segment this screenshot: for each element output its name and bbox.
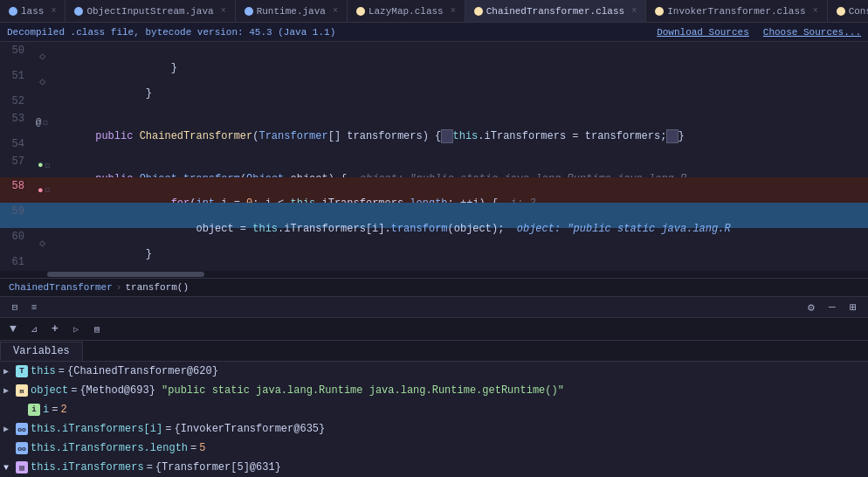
tab-close-runtime[interactable]: × bbox=[333, 6, 338, 16]
var-icon-object: m bbox=[16, 384, 28, 397]
tab-icon-invoker bbox=[655, 7, 664, 16]
var-row-object[interactable]: ▶ m object = {Method@693} "public static… bbox=[0, 381, 868, 400]
gutter-53[interactable]: @ ◻ bbox=[31, 110, 56, 135]
download-sources-link[interactable]: Download Sources bbox=[657, 27, 749, 38]
choose-sources-link[interactable]: Choose Sources... bbox=[763, 27, 861, 38]
fold-icon-57[interactable]: ◻ bbox=[45, 161, 50, 170]
infobar-links: Download Sources Choose Sources... bbox=[657, 27, 861, 38]
tab-close-lazymap[interactable]: × bbox=[451, 6, 456, 16]
add-watch-icon[interactable]: + bbox=[47, 321, 63, 337]
collapse-icon[interactable]: ▤ bbox=[89, 321, 105, 337]
tab-label-lazymap: LazyMap.class bbox=[369, 6, 444, 17]
code-line-58: 58 ● ◻ for(int i = 0; i < this.iTransfor… bbox=[0, 177, 868, 203]
gutter-60[interactable]: ◇ bbox=[31, 228, 56, 253]
tab-runtime[interactable]: Runtime.java × bbox=[236, 0, 348, 22]
var-val-object: {Method@693} "public static java.lang.Ru… bbox=[79, 384, 564, 397]
line-number-50: 50 bbox=[0, 42, 31, 67]
code-content-53: public ChainedTransformer(Transformer[] … bbox=[56, 110, 868, 135]
gutter-57[interactable]: ● ◻ bbox=[31, 153, 56, 178]
bottom-toolbar-left: ⊟ ≡ bbox=[7, 300, 42, 315]
line-number-57: 57 bbox=[0, 153, 31, 178]
fold-icon-60[interactable]: ◇ bbox=[39, 237, 48, 245]
var-icon-i: i bbox=[28, 404, 40, 416]
bottom-panel: ⊟ ≡ ⚙ — ⊞ ▼ ⊿ + ▷ ▤ Variables ▶ T this =… bbox=[0, 297, 868, 477]
settings-icon[interactable]: ⚙ bbox=[803, 300, 819, 315]
var-row-i[interactable]: i i = 2 bbox=[0, 400, 868, 419]
var-icon-iTransformers: ▤ bbox=[16, 461, 28, 474]
tab-label-invoker: InvokerTransformer.class bbox=[667, 6, 805, 17]
tab-icon-chained bbox=[474, 7, 483, 16]
line-number-51: 51 bbox=[0, 67, 31, 93]
var-arrow-iTransformers: ▼ bbox=[3, 463, 16, 473]
horizontal-scrollbar[interactable] bbox=[0, 271, 868, 278]
tab-invokertransformer[interactable]: InvokerTransformer.class × bbox=[646, 0, 827, 22]
var-name-i: i bbox=[43, 404, 49, 416]
var-val-iTransformers-i: {InvokerTransformer@635} bbox=[174, 423, 325, 435]
code-line-59: 59 object = this.iTransformers[i].transf… bbox=[0, 203, 868, 228]
var-row-this[interactable]: ▶ T this = {ChainedTransformer@620} bbox=[0, 362, 868, 381]
code-line-54: 54 bbox=[0, 135, 868, 153]
tab-label-ois: ObjectInputStream.java bbox=[86, 6, 213, 17]
var-name-iTransformers-length: this.iTransformers.length bbox=[31, 442, 188, 454]
tab-lass[interactable]: lass × bbox=[0, 0, 65, 22]
tab-label-constant: ConstantTransformer.class bbox=[849, 6, 868, 17]
var-arrow-iTransformers-i: ▶ bbox=[3, 424, 16, 434]
tab-icon-constant bbox=[837, 7, 845, 16]
var-val-this: {ChainedTransformer@620} bbox=[67, 365, 218, 377]
tab-variables[interactable]: Variables bbox=[0, 342, 83, 361]
line-number-60: 60 bbox=[0, 228, 31, 253]
var-row-iTransformers-length[interactable]: oo this.iTransformers.length = 5 bbox=[0, 439, 868, 458]
gutter-58[interactable]: ● ◻ bbox=[31, 177, 56, 203]
tab-close-lass[interactable]: × bbox=[51, 6, 56, 16]
var-name-iTransformers: this.iTransformers bbox=[31, 461, 144, 474]
code-content-59: object = this.iTransformers[i].transform… bbox=[56, 203, 868, 228]
code-content-61 bbox=[56, 253, 868, 271]
layout-icon-2[interactable]: ≡ bbox=[26, 300, 42, 315]
gutter-54 bbox=[31, 135, 56, 153]
code-content-51: } bbox=[56, 67, 868, 93]
tab-lazymap[interactable]: LazyMap.class × bbox=[348, 0, 465, 22]
expand-all-icon[interactable]: ▷ bbox=[68, 321, 84, 337]
code-line-61: 61 bbox=[0, 253, 868, 271]
breakpoint-hit-icon-58: ● bbox=[38, 185, 44, 196]
tab-label-runtime: Runtime.java bbox=[257, 6, 326, 17]
gutter-50[interactable]: ◇ bbox=[31, 42, 56, 67]
fold-icon-58[interactable]: ◻ bbox=[45, 185, 50, 195]
var-name-iTransformers-i: this.iTransformers[i] bbox=[31, 423, 162, 435]
tab-label-chained: ChainedTransformer.class bbox=[486, 6, 624, 17]
fold-icon-53[interactable]: ◻ bbox=[43, 118, 52, 127]
annotation-icon-53: @ bbox=[36, 117, 42, 128]
var-icon-this: T bbox=[16, 365, 28, 377]
variables-content: ▶ T this = {ChainedTransformer@620} ▶ m … bbox=[0, 362, 868, 477]
tab-chainedtransformer[interactable]: ChainedTransformer.class × bbox=[465, 0, 646, 22]
code-content-60: } bbox=[56, 228, 868, 253]
tab-icon-lazymap bbox=[356, 7, 365, 16]
var-row-iTransformers[interactable]: ▼ ▤ this.iTransformers = {Transformer[5]… bbox=[0, 458, 868, 477]
gutter-52 bbox=[31, 93, 56, 110]
step-down-icon[interactable]: ▼ bbox=[5, 321, 21, 337]
fold-icon-50[interactable]: ◇ bbox=[39, 50, 48, 59]
infobar-text: Decompiled .class file, bytecode version… bbox=[7, 27, 335, 38]
breakpoint-exec-icon-57: ● bbox=[38, 160, 44, 170]
tab-close-invoker[interactable]: × bbox=[813, 6, 818, 16]
hscroll-thumb[interactable] bbox=[47, 272, 204, 277]
tab-constanttransformer[interactable]: ConstantTransformer.class × bbox=[828, 0, 868, 22]
var-name-this: this bbox=[31, 365, 56, 377]
tab-close-ois[interactable]: × bbox=[221, 6, 226, 16]
tab-objectinputstream[interactable]: ObjectInputStream.java × bbox=[65, 0, 235, 22]
tab-close-chained[interactable]: × bbox=[631, 6, 637, 16]
fold-icon-51[interactable]: ◇ bbox=[39, 75, 48, 84]
code-line-53: 53 @ ◻ public ChainedTransformer(Transfo… bbox=[0, 110, 868, 135]
breadcrumb-class: ChainedTransformer bbox=[9, 282, 113, 293]
gutter-51[interactable]: ◇ bbox=[31, 67, 56, 93]
code-line-52: 52 bbox=[0, 93, 868, 110]
restore-icon[interactable]: ⊞ bbox=[845, 300, 861, 315]
minimize-icon[interactable]: — bbox=[824, 300, 840, 315]
line-number-59: 59 bbox=[0, 203, 31, 228]
code-content-50: } bbox=[56, 42, 868, 67]
var-val-i: 2 bbox=[60, 404, 66, 416]
layout-icon-1[interactable]: ⊟ bbox=[7, 300, 23, 315]
filter-icon[interactable]: ⊿ bbox=[26, 321, 42, 337]
var-row-iTransformers-i[interactable]: ▶ oo this.iTransformers[i] = {InvokerTra… bbox=[0, 419, 868, 439]
line-number-61: 61 bbox=[0, 253, 31, 271]
